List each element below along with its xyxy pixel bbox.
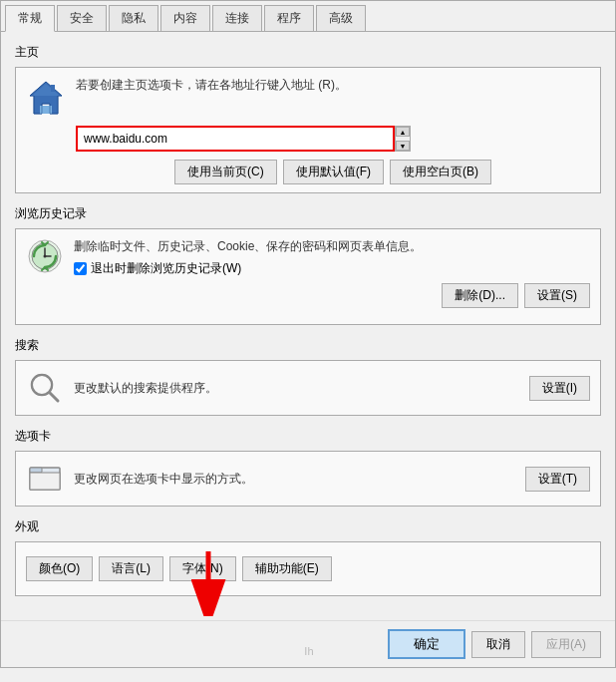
search-description: 更改默认的搜索提供程序。 xyxy=(74,380,519,397)
bottom-bar: 确定 取消 应用(A) Ih xyxy=(1,620,615,667)
history-icon xyxy=(26,237,64,275)
use-current-btn[interactable]: 使用当前页(C) xyxy=(174,160,277,184)
use-default-btn[interactable]: 使用默认值(F) xyxy=(283,160,384,184)
appearance-btn-row: 颜色(O) 语言(L) 字体(N) 辅助功能(E) xyxy=(26,550,590,587)
homepage-btn-row: 使用当前页(C) 使用默认值(F) 使用空白页(B) xyxy=(76,160,590,184)
tab-programs[interactable]: 程序 xyxy=(264,5,314,31)
watermark: Ih xyxy=(304,645,313,657)
homepage-url-input[interactable] xyxy=(76,126,395,152)
tabs-description: 更改网页在选项卡中显示的方式。 xyxy=(74,471,515,488)
delete-on-exit-checkbox[interactable] xyxy=(74,262,87,275)
history-box: 删除临时文件、历史记录、Cookie、保存的密码和网页表单信息。 退出时删除浏览… xyxy=(15,228,601,325)
tabs-option-box: 更改网页在选项卡中显示的方式。 设置(T) xyxy=(15,451,601,507)
tab-security[interactable]: 安全 xyxy=(57,5,107,31)
url-input-wrapper: ▲ ▼ xyxy=(76,126,590,152)
tabs-option-section: 选项卡 更改网页在选项卡中显示的方式。 设置(T) xyxy=(15,428,601,507)
home-icon xyxy=(26,78,66,118)
history-content: 删除临时文件、历史记录、Cookie、保存的密码和网页表单信息。 退出时删除浏览… xyxy=(74,237,590,308)
history-title: 浏览历史记录 xyxy=(15,205,601,222)
search-title: 搜索 xyxy=(15,337,601,354)
dialog: 常规 安全 隐私 内容 连接 程序 高级 主页 xyxy=(0,0,616,668)
homepage-box: 若要创建主页选项卡，请在各地址行键入地址 (R)。 ▲ ▼ 使用当前页(C) 使… xyxy=(15,67,601,193)
scroll-up-btn[interactable]: ▲ xyxy=(396,127,410,137)
homepage-section: 主页 若要创建主 xyxy=(15,44,601,193)
accessibility-btn[interactable]: 辅助功能(E) xyxy=(242,556,332,581)
checkbox-label: 退出时删除浏览历史记录(W) xyxy=(91,260,241,277)
tab-content[interactable]: 内容 xyxy=(160,5,210,31)
homepage-description: 若要创建主页选项卡，请在各地址行键入地址 (R)。 xyxy=(76,76,347,95)
tabs-option-title: 选项卡 xyxy=(15,428,601,445)
tab-general[interactable]: 常规 xyxy=(5,5,55,32)
color-btn[interactable]: 颜色(O) xyxy=(26,556,93,581)
search-icon xyxy=(26,369,64,407)
svg-rect-14 xyxy=(30,468,42,473)
language-btn[interactable]: 语言(L) xyxy=(99,556,163,581)
appearance-box: 颜色(O) 语言(L) 字体(N) 辅助功能(E) xyxy=(15,541,601,596)
history-description: 删除临时文件、历史记录、Cookie、保存的密码和网页表单信息。 xyxy=(74,237,590,256)
tabs-icon xyxy=(26,460,64,498)
confirm-button[interactable]: 确定 xyxy=(388,629,465,659)
history-btn-row: 删除(D)... 设置(S) xyxy=(74,283,590,308)
search-section: 搜索 更改默认的搜索提供程序。 设置(I) xyxy=(15,337,601,416)
apply-button[interactable]: 应用(A) xyxy=(531,631,601,658)
search-box: 更改默认的搜索提供程序。 设置(I) xyxy=(15,360,601,416)
history-settings-btn[interactable]: 设置(S) xyxy=(524,283,590,308)
svg-line-12 xyxy=(50,393,58,401)
font-btn[interactable]: 字体(N) xyxy=(169,556,236,581)
tab-bar: 常规 安全 隐私 内容 连接 程序 高级 xyxy=(1,1,615,32)
tab-privacy[interactable]: 隐私 xyxy=(109,5,158,31)
svg-rect-15 xyxy=(30,473,60,490)
history-section: 浏览历史记录 xyxy=(15,205,601,325)
search-settings-btn[interactable]: 设置(I) xyxy=(529,376,590,401)
tabs-settings-btn[interactable]: 设置(T) xyxy=(525,467,590,492)
appearance-title: 外观 xyxy=(15,518,601,535)
cancel-button[interactable]: 取消 xyxy=(471,631,525,658)
use-blank-btn[interactable]: 使用空白页(B) xyxy=(390,160,491,184)
tab-connection[interactable]: 连接 xyxy=(212,5,262,31)
appearance-section: 外观 颜色(O) 语言(L) 字体(N) 辅助功能(E) xyxy=(15,518,601,596)
main-content: 主页 若要创建主 xyxy=(1,32,615,620)
homepage-title: 主页 xyxy=(15,44,601,61)
delete-history-btn[interactable]: 删除(D)... xyxy=(442,283,518,308)
tab-advanced[interactable]: 高级 xyxy=(316,5,366,31)
checkbox-row: 退出时删除浏览历史记录(W) xyxy=(74,260,590,277)
scroll-down-btn[interactable]: ▼ xyxy=(396,141,410,151)
svg-point-9 xyxy=(44,255,47,258)
svg-rect-4 xyxy=(51,85,55,92)
url-scrollbar: ▲ ▼ xyxy=(395,126,411,152)
